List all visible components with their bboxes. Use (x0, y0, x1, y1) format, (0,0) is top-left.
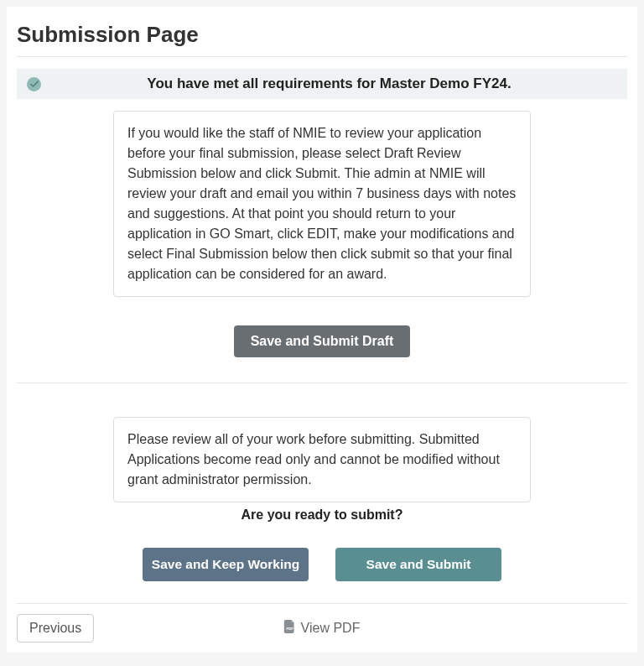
pdf-icon: PDF (284, 620, 296, 637)
save-keep-working-button[interactable]: Save and Keep Working (143, 548, 309, 581)
save-submit-button[interactable]: Save and Submit (335, 548, 501, 581)
final-instructions-box: Please review all of your work before su… (113, 417, 531, 502)
footer-bar: Previous PDF View PDF (17, 603, 627, 643)
draft-instructions-box: If you would like the staff of NMIE to r… (113, 111, 531, 297)
status-banner: You have met all requirements for Master… (17, 69, 627, 99)
final-button-row: Save and Keep Working Save and Submit (17, 548, 627, 581)
view-pdf-label: View PDF (301, 621, 361, 636)
section-divider (17, 382, 627, 383)
svg-text:PDF: PDF (286, 627, 293, 631)
page-container: Submission Page You have met all require… (7, 7, 637, 653)
view-pdf-link[interactable]: PDF View PDF (284, 620, 361, 637)
previous-button[interactable]: Previous (17, 614, 94, 643)
save-submit-draft-button[interactable]: Save and Submit Draft (234, 325, 411, 357)
draft-button-row: Save and Submit Draft (17, 325, 627, 357)
confirm-question: Are you ready to submit? (17, 507, 627, 523)
page-title: Submission Page (17, 22, 627, 57)
checkmark-icon (27, 77, 41, 91)
status-message: You have met all requirements for Master… (41, 75, 617, 92)
